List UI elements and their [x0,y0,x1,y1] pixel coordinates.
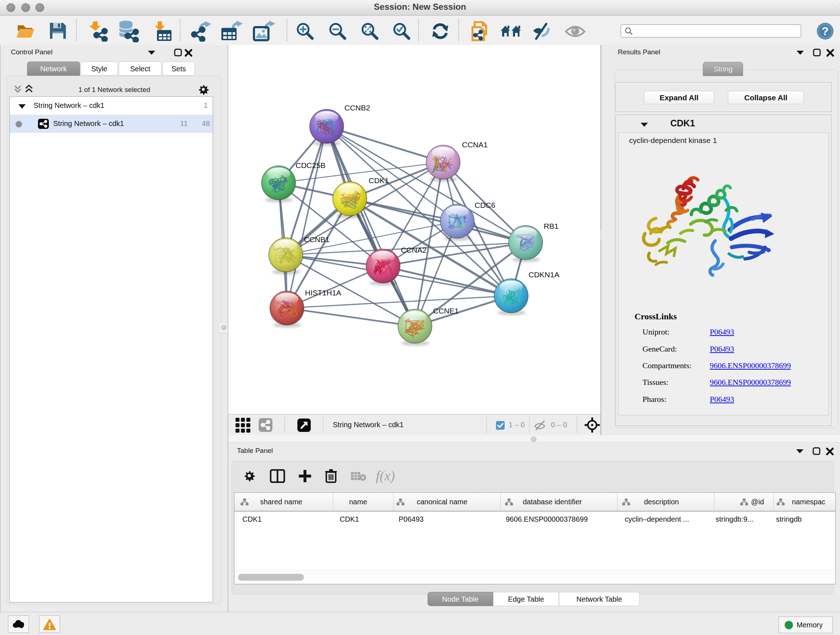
svg-text:CCNE1: CCNE1 [433,307,459,315]
svg-text:HIST1H1A: HIST1H1A [305,288,341,297]
svg-text:CDKN1A: CDKN1A [529,271,559,279]
svg-text:RB1: RB1 [544,222,559,230]
svg-text:CDK1: CDK1 [369,176,389,185]
svg-text:?: ? [821,25,829,38]
svg-text:CCNB2: CCNB2 [344,103,370,112]
svg-text:CCNB1: CCNB1 [304,235,330,244]
svg-text:CDC6: CDC6 [475,201,495,209]
svg-text:CDC25B: CDC25B [295,161,325,169]
svg-text:CCNA2: CCNA2 [401,246,426,254]
svg-text:CCNA1: CCNA1 [462,141,488,149]
